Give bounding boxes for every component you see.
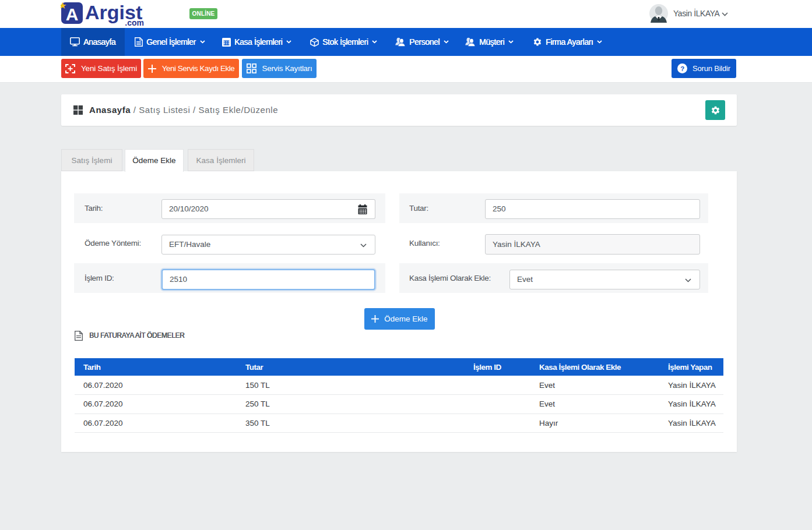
- svg-text:?: ?: [680, 65, 684, 72]
- svg-text:★: ★: [61, 1, 67, 10]
- svg-text:.com: .com: [125, 18, 144, 27]
- svg-text:A: A: [66, 5, 79, 24]
